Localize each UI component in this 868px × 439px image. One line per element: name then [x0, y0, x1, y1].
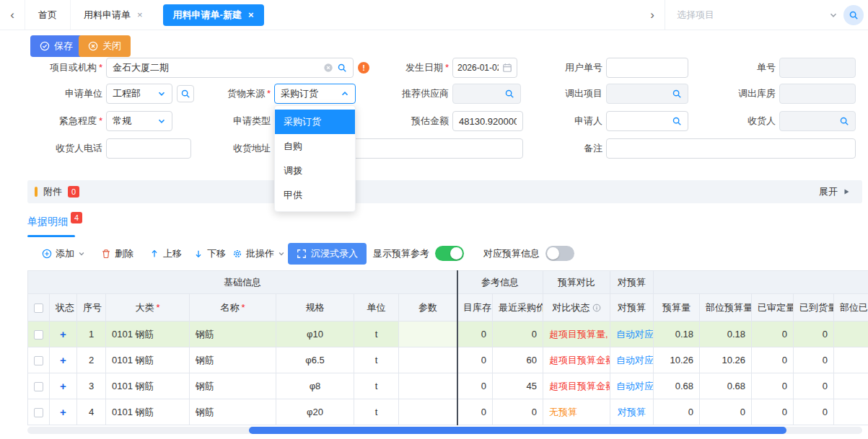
dropdown-option-self-buy[interactable]: 自购: [275, 134, 355, 159]
tab-material-request[interactable]: 用料申请单 ×: [70, 0, 156, 30]
header-last-price: 最近采购价: [493, 294, 543, 322]
project-search-button[interactable]: [843, 5, 864, 25]
show-budget-ref-toggle[interactable]: [435, 246, 464, 261]
user-doc-no-field[interactable]: [606, 58, 688, 78]
form-row-4: 收货人电话 收货地址 备注: [0, 138, 868, 159]
project-field[interactable]: 金石大厦二期: [106, 58, 354, 78]
goods-source-select[interactable]: 采购订货: [274, 84, 356, 104]
row-checkbox[interactable]: [34, 356, 43, 365]
apply-unit-select[interactable]: 工程部: [106, 84, 172, 104]
cell-param[interactable]: [399, 399, 457, 425]
search-icon[interactable]: [672, 116, 682, 126]
cell-spec[interactable]: φ8: [276, 373, 354, 399]
row-add-icon[interactable]: +: [50, 399, 77, 425]
occur-date-field[interactable]: 2026-01-02 1: [452, 58, 517, 78]
table-row-1[interactable]: + 1 0101 钢筋 钢筋 φ10 t 0 0 超项目预算量, 自动对应 0.…: [28, 322, 868, 347]
tabs-back-icon[interactable]: ‹: [0, 8, 25, 22]
cell-name[interactable]: 钢筋: [190, 347, 276, 373]
row-checkbox[interactable]: [34, 382, 43, 391]
cell-param[interactable]: [399, 373, 457, 399]
clear-icon[interactable]: [323, 63, 333, 73]
row-add-icon[interactable]: +: [50, 373, 77, 399]
cell-unit[interactable]: t: [354, 322, 399, 347]
tab-close-icon[interactable]: ×: [137, 9, 143, 20]
delete-button[interactable]: 删除: [101, 243, 133, 265]
urgency-value: 常规: [113, 115, 154, 128]
cell-spec[interactable]: φ10: [276, 322, 354, 347]
expand-button[interactable]: 展开: [819, 185, 851, 198]
estimated-amount-value: 48130.920000000000: [459, 116, 517, 127]
cell-category[interactable]: 0101 钢筋: [106, 347, 190, 373]
row-checkbox[interactable]: [34, 408, 43, 417]
move-up-button[interactable]: 上移: [149, 243, 182, 265]
urgency-select[interactable]: 常规: [106, 111, 172, 131]
group-reference-info: 参考信息: [457, 271, 543, 294]
detail-tab-label: 单据明细: [27, 216, 68, 229]
chevron-down-icon: [278, 250, 285, 257]
horizontal-scrollbar[interactable]: [27, 427, 862, 434]
remark-field[interactable]: [606, 138, 856, 159]
cell-name[interactable]: 钢筋: [190, 399, 276, 425]
save-button[interactable]: 保存: [30, 35, 82, 57]
cell-category[interactable]: 0101 钢筋: [106, 322, 190, 347]
header-part-more: 部位已: [834, 294, 868, 322]
row-checkbox[interactable]: [34, 330, 43, 340]
cell-spec[interactable]: φ6.5: [276, 347, 354, 373]
row-add-icon[interactable]: +: [50, 322, 77, 347]
cell-name[interactable]: 钢筋: [190, 373, 276, 399]
doc-no-label: 单号: [725, 58, 776, 78]
cell-unit[interactable]: t: [354, 399, 399, 425]
dropdown-option-owner-supply[interactable]: 甲供: [275, 183, 355, 208]
receiver-phone-label: 收货人电话: [7, 138, 102, 159]
detail-count-badge: 4: [71, 212, 82, 223]
estimated-amount-field[interactable]: 48130.920000000000: [452, 111, 523, 131]
dropdown-option-transfer[interactable]: 调拨: [275, 159, 355, 183]
cell-unit[interactable]: t: [354, 373, 399, 399]
cell-budget-link[interactable]: 自动对应: [610, 347, 654, 373]
table-row-4[interactable]: + 4 0101 钢筋 钢筋 φ20 t 0 0 无预算 对预算 0 0 0 0: [28, 399, 868, 425]
cell-stock: 0: [457, 322, 493, 347]
cell-param[interactable]: [399, 347, 457, 373]
calendar-icon[interactable]: [502, 63, 512, 73]
cell-category[interactable]: 0101 钢筋: [106, 373, 190, 399]
tabs-forward-icon[interactable]: ›: [640, 8, 665, 22]
tab-material-request-new[interactable]: 用料申请单-新建 ×: [163, 4, 264, 26]
scrollbar-thumb[interactable]: [249, 427, 786, 434]
cell-spec[interactable]: φ20: [276, 399, 354, 425]
move-down-label: 下移: [207, 247, 226, 260]
add-button[interactable]: 添加: [42, 243, 85, 265]
cell-budget-link[interactable]: 对预算: [610, 399, 654, 425]
search-icon[interactable]: [337, 63, 347, 73]
applicant-field[interactable]: [606, 111, 688, 131]
cell-budget-link[interactable]: 自动对应: [610, 373, 654, 399]
search-icon[interactable]: [672, 89, 682, 99]
tab-detail-lines[interactable]: 单据明细 4: [27, 216, 82, 229]
info-icon[interactable]: [592, 303, 601, 312]
table-row-3[interactable]: + 3 0101 钢筋 钢筋 φ8 t 0 45 超项目预算金额 自动对应 0.…: [28, 373, 868, 399]
tab-close-icon[interactable]: ×: [248, 9, 254, 20]
cell-category[interactable]: 0101 钢筋: [106, 399, 190, 425]
dropdown-option-purchase[interactable]: 采购订货: [275, 110, 355, 134]
table-row-2[interactable]: + 2 0101 钢筋 钢筋 φ6.5 t 0 60 超项目预算金额 自动对应 …: [28, 347, 868, 373]
tab-home[interactable]: 首页: [25, 0, 70, 30]
project-search-input[interactable]: [677, 9, 823, 20]
batch-operation-button[interactable]: 批操作: [232, 243, 285, 265]
header-seq: 序号: [77, 294, 106, 322]
close-button[interactable]: 关闭: [79, 35, 131, 57]
header-spec: 规格: [276, 294, 354, 322]
cell-stock: 0: [457, 399, 493, 425]
cell-param[interactable]: [399, 322, 457, 347]
search-icon[interactable]: [504, 89, 514, 99]
cell-unit[interactable]: t: [354, 347, 399, 373]
select-all-checkbox[interactable]: [34, 303, 43, 313]
budget-info-toggle[interactable]: [545, 246, 574, 261]
cell-name[interactable]: 钢筋: [190, 322, 276, 347]
cell-budget-link[interactable]: 自动对应: [610, 322, 654, 347]
chevron-down-icon[interactable]: [829, 11, 838, 19]
attachment-bar[interactable]: 附件 0 展开: [27, 180, 862, 203]
move-down-button[interactable]: 下移: [193, 243, 226, 265]
row-add-icon[interactable]: +: [50, 347, 77, 373]
search-icon[interactable]: [839, 116, 849, 126]
receiver-field: [779, 111, 856, 131]
immersive-entry-button[interactable]: 沉浸式录入: [288, 243, 367, 265]
